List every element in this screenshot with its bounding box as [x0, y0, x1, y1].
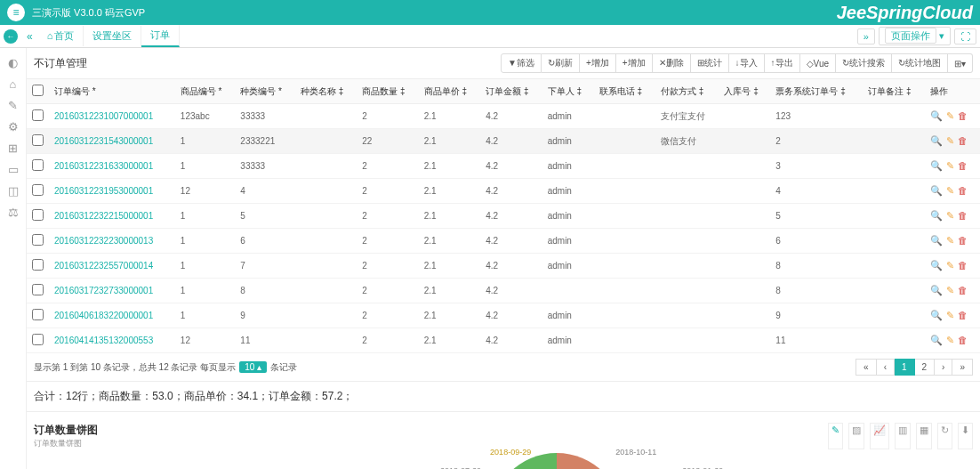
pager-first[interactable]: «	[855, 359, 877, 376]
sidebar-item-8[interactable]: ⚖	[0, 201, 26, 222]
edit-icon[interactable]: ✎	[946, 260, 954, 271]
pager-page-1[interactable]: 1	[895, 359, 915, 376]
delete-icon[interactable]: 🗑	[958, 235, 968, 247]
add-button[interactable]: +增加	[580, 53, 616, 73]
select-all-checkbox[interactable]	[32, 85, 44, 96]
col-paymethod[interactable]: 付款方式 ‡	[655, 79, 719, 104]
edit-icon[interactable]: ✎	[946, 235, 954, 247]
addall-button[interactable]: +增加	[616, 53, 653, 73]
row-checkbox[interactable]	[32, 109, 44, 121]
stats-button[interactable]: ⊞统计	[691, 53, 729, 73]
row-checkbox[interactable]	[32, 334, 44, 345]
col-qty[interactable]: 商品数量 ‡	[357, 79, 418, 104]
order-link[interactable]: 201603122322150​00001	[54, 211, 153, 221]
col-price[interactable]: 商品单价 ‡	[419, 79, 480, 104]
statview-button[interactable]: ↻统计搜索	[836, 53, 892, 73]
edit-icon[interactable]: ✎	[946, 310, 954, 321]
order-link[interactable]: 201603122310070000​01	[54, 111, 153, 121]
vue-button[interactable]: ◇Vue	[800, 53, 836, 73]
view-icon[interactable]: 🔍	[930, 185, 943, 197]
col-user[interactable]: 下单人 ‡	[542, 79, 594, 104]
delete-icon[interactable]: 🗑	[958, 110, 968, 122]
order-link[interactable]: 201604141351320​00553	[54, 336, 153, 345]
edit-icon[interactable]: ✎	[946, 185, 954, 197]
col-remark[interactable]: 订单备注 ‡	[863, 79, 924, 104]
refresh-button[interactable]: ↻刷新	[542, 53, 580, 73]
chart-save-icon[interactable]: ⬇	[958, 423, 973, 449]
tab-home[interactable]: ⌂首页	[38, 26, 84, 46]
col-stock[interactable]: 入库号 ‡	[719, 79, 770, 104]
tab-next-button[interactable]: »	[857, 28, 875, 44]
sidebar-item-1[interactable]: ◐	[0, 52, 26, 73]
col-cat-name[interactable]: 种类名称 ‡	[295, 79, 357, 104]
order-link[interactable]: 201603122325570​00014	[54, 261, 153, 271]
chart-stack-icon[interactable]: ▦	[916, 423, 932, 449]
edit-icon[interactable]: ✎	[946, 135, 954, 147]
view-icon[interactable]: 🔍	[930, 260, 943, 271]
order-link[interactable]: 201603122316330​00001	[54, 161, 153, 171]
delete-icon[interactable]: 🗑	[958, 285, 968, 296]
delete-icon[interactable]: 🗑	[958, 185, 968, 197]
edit-icon[interactable]: ✎	[946, 285, 954, 296]
menu-toggle-button[interactable]: ≡	[7, 4, 25, 21]
order-link[interactable]: 201603122319530​00001	[54, 186, 153, 196]
delete-icon[interactable]: 🗑	[958, 260, 968, 271]
order-link[interactable]: 2016031223154300​0001	[54, 136, 153, 146]
sidebar-item-5[interactable]: ⊞	[0, 137, 26, 158]
view-icon[interactable]: 🔍	[930, 210, 943, 222]
row-checkbox[interactable]	[32, 259, 44, 271]
col-order-id[interactable]: 订单编号 *	[49, 79, 175, 104]
view-icon[interactable]: 🔍	[930, 135, 943, 147]
sidebar-item-2[interactable]: ⌂	[0, 73, 26, 94]
row-checkbox[interactable]	[32, 309, 44, 320]
tab-prev-arrow[interactable]: «	[21, 30, 38, 43]
sidebar-item-3[interactable]: ✎	[0, 94, 26, 116]
col-product-id[interactable]: 商品编号 *	[175, 79, 236, 104]
row-checkbox[interactable]	[32, 134, 44, 146]
fullscreen-button[interactable]: ⛶	[954, 28, 976, 44]
tab-settings[interactable]: 设置坐区	[84, 26, 141, 46]
view-icon[interactable]: 🔍	[930, 335, 943, 346]
pager-prev[interactable]: ‹	[877, 359, 895, 376]
delete-icon[interactable]: 🗑	[958, 135, 968, 147]
col-cat-id[interactable]: 种类编号 *	[235, 79, 295, 104]
chart-bar-icon[interactable]: ▥	[895, 423, 911, 449]
row-checkbox[interactable]	[32, 209, 44, 221]
grid-button[interactable]: ⊞▾	[948, 53, 973, 73]
delete-icon[interactable]: 🗑	[958, 160, 968, 172]
page-ops-dropdown[interactable]: 页面操作 ▾	[879, 27, 951, 45]
chart-edit-icon[interactable]: ✎	[828, 423, 843, 449]
pager-last[interactable]: »	[952, 359, 973, 376]
col-phone[interactable]: 联系电话 ‡	[594, 79, 655, 104]
tab-nav-left-button[interactable]: ←	[4, 29, 18, 44]
delete-icon[interactable]: 🗑	[958, 310, 968, 321]
import-button[interactable]: ↓导入	[729, 53, 765, 73]
row-checkbox[interactable]	[32, 159, 44, 171]
export-button[interactable]: ↑导出	[765, 53, 800, 73]
chart-restore-icon[interactable]: ↻	[937, 423, 952, 449]
edit-icon[interactable]: ✎	[946, 210, 954, 222]
view-icon[interactable]: 🔍	[930, 110, 943, 122]
pager-next[interactable]: ›	[935, 359, 952, 376]
filter-button[interactable]: ▼筛选	[501, 53, 542, 73]
sidebar-item-4[interactable]: ⚙	[0, 116, 26, 137]
tab-orders[interactable]: 订单	[141, 25, 180, 47]
sidebar-item-7[interactable]: ◫	[0, 180, 26, 201]
row-checkbox[interactable]	[32, 234, 44, 246]
col-ticket[interactable]: 票务系统订单号 ‡	[770, 79, 863, 104]
col-amount[interactable]: 订单金额 ‡	[480, 79, 542, 104]
view-icon[interactable]: 🔍	[930, 285, 943, 296]
row-checkbox[interactable]	[32, 284, 44, 295]
delete-button[interactable]: ✕删除	[653, 53, 691, 73]
chart-line-icon[interactable]: 📈	[870, 423, 889, 449]
order-link[interactable]: 201604061832200​00001	[54, 311, 153, 320]
delete-icon[interactable]: 🗑	[958, 335, 968, 346]
order-link[interactable]: 201603122322300​00013	[54, 236, 153, 246]
view-icon[interactable]: 🔍	[930, 160, 943, 172]
edit-icon[interactable]: ✎	[946, 110, 954, 122]
edit-icon[interactable]: ✎	[946, 335, 954, 346]
view-icon[interactable]: 🔍	[930, 310, 943, 321]
edit-icon[interactable]: ✎	[946, 160, 954, 172]
chart-area-icon[interactable]: ▨	[848, 423, 864, 449]
pager-page-2[interactable]: 2	[915, 359, 936, 376]
